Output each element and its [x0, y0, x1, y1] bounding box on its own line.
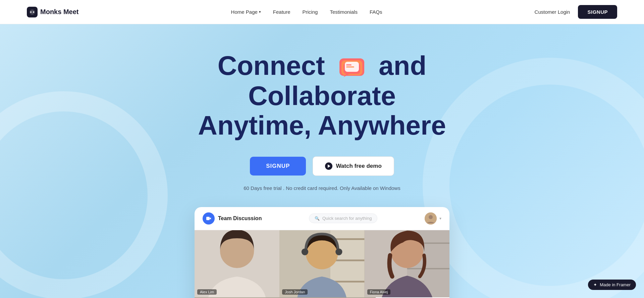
- search-icon: 🔍: [315, 216, 320, 221]
- app-user-avatar: [425, 212, 437, 225]
- nav-testimonials[interactable]: Testimonials: [330, 9, 358, 15]
- search-placeholder: Quick search for anything: [322, 216, 372, 221]
- svg-rect-8: [346, 66, 354, 67]
- svg-rect-9: [206, 217, 210, 220]
- nav-feature[interactable]: Feature: [273, 9, 290, 15]
- nav-home-page[interactable]: Home Page ▾: [231, 9, 261, 15]
- play-icon: [325, 162, 332, 170]
- hero-section: Connect and Collaborate Anytime, Anywher…: [0, 24, 644, 298]
- video-cell-josh: Josh Jordan: [279, 230, 364, 297]
- svg-rect-27: [407, 268, 449, 269]
- logo-text: Monks Meet: [40, 8, 78, 16]
- signup-hero-button[interactable]: SIGNUP: [250, 157, 306, 176]
- hero-subtitle: 60 Days free trial . No credit card requ…: [244, 185, 400, 191]
- nav-links: Home Page ▾ Feature Pricing Testimonials…: [231, 9, 382, 15]
- chevron-down-icon: ▾: [259, 10, 261, 14]
- svg-point-21: [302, 248, 308, 255]
- chat-bubble-svg-icon: [337, 56, 367, 80]
- hero-title-part1: Connect: [218, 51, 325, 81]
- video-cell-alex: Alex Lim: [195, 230, 279, 297]
- app-avatar-group: ▾: [425, 212, 441, 225]
- nav-pricing[interactable]: Pricing: [303, 9, 318, 15]
- app-search[interactable]: 🔍 Quick search for anything: [309, 213, 377, 223]
- framer-badge: ✦ Made in Framer: [588, 280, 636, 290]
- svg-point-11: [429, 215, 433, 219]
- app-topbar-left: Team Discussion: [203, 212, 262, 225]
- hero-title: Connect and Collaborate Anytime, Anywher…: [171, 51, 473, 140]
- hero-title-part3: Anytime, Anywhere: [198, 110, 446, 140]
- video-label-fiona: Fiona Alvej: [367, 289, 391, 295]
- framer-badge-label: Made in Framer: [600, 282, 631, 287]
- video-cell-fiona: Fiona Alvej: [365, 230, 449, 297]
- hero-buttons: SIGNUP Watch free demo: [250, 156, 394, 176]
- logo-icon: [27, 7, 38, 17]
- video-grid: Alex Lim: [195, 230, 449, 297]
- svg-point-1: [30, 11, 32, 13]
- svg-point-2: [33, 11, 34, 13]
- nav-right: Customer Login SIGNUP: [535, 5, 617, 19]
- app-video-icon: [203, 212, 215, 225]
- chat-icon-badge: [335, 54, 369, 81]
- svg-rect-7: [346, 64, 352, 65]
- signup-nav-button[interactable]: SIGNUP: [578, 5, 617, 19]
- customer-login-link[interactable]: Customer Login: [535, 9, 570, 15]
- nav-faqs[interactable]: FAQs: [370, 9, 382, 15]
- navbar: Monks Meet Home Page ▾ Feature Pricing T…: [0, 0, 644, 24]
- app-topbar: Team Discussion 🔍 Quick search for anyth…: [195, 207, 449, 230]
- video-label-josh: Josh Jordan: [282, 289, 308, 295]
- framer-icon: ✦: [593, 282, 597, 287]
- watch-demo-button[interactable]: Watch free demo: [313, 156, 394, 176]
- app-title: Team Discussion: [218, 215, 262, 221]
- play-triangle-icon: [328, 164, 330, 168]
- app-mockup: Team Discussion 🔍 Quick search for anyth…: [195, 207, 449, 298]
- svg-point-22: [336, 248, 342, 255]
- video-label-alex: Alex Lim: [197, 289, 217, 295]
- chevron-down-icon-app: ▾: [439, 216, 441, 221]
- watch-demo-label: Watch free demo: [336, 163, 381, 169]
- logo[interactable]: Monks Meet: [27, 7, 78, 17]
